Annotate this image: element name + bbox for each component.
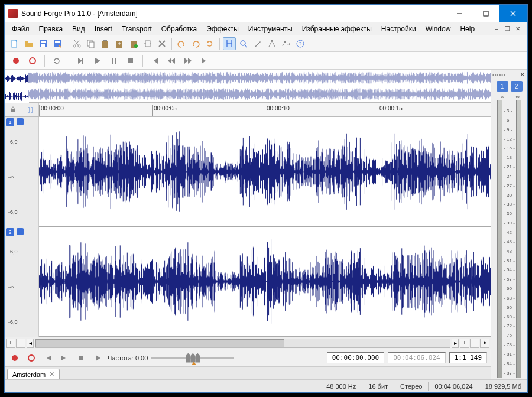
magnify-tool-button[interactable]: [237, 37, 250, 50]
save-as-icon: [53, 39, 62, 48]
paste-mix-button[interactable]: [113, 37, 126, 50]
menu-инструменты[interactable]: Инструменты: [244, 24, 297, 34]
save-button[interactable]: [37, 37, 50, 50]
scroll-right-button[interactable]: ▸: [452, 339, 459, 348]
repeat-button[interactable]: [203, 37, 216, 50]
horizontal-scrollbar[interactable]: [35, 339, 450, 348]
waveform-ch1[interactable]: [39, 117, 491, 227]
help-button[interactable]: ?: [294, 37, 307, 50]
zoom-fit-button[interactable]: ✦: [480, 339, 489, 348]
meter-ch2-button[interactable]: 2: [511, 81, 523, 92]
time-current[interactable]: 00:00:00,000: [327, 352, 384, 363]
channel-badge[interactable]: 2: [6, 228, 14, 236]
trim-icon: [143, 39, 153, 48]
go-start-button[interactable]: [148, 54, 161, 67]
rate-slider[interactable]: [151, 353, 234, 363]
window-title: Sound Forge Pro 11.0 - [Amsterdam]: [21, 9, 446, 18]
paste-new-icon: [129, 39, 138, 48]
collapse-icon[interactable]: −: [17, 228, 24, 235]
zoom-in-h-button[interactable]: +: [460, 339, 469, 348]
go-end-button[interactable]: [198, 54, 211, 67]
time-ruler-row: 00:00:0000:00:0500:00:1000:00:15: [5, 103, 491, 117]
close-panel-icon[interactable]: ✕: [520, 71, 525, 79]
scroll-left-button[interactable]: ◂: [27, 339, 34, 348]
stop-button-2[interactable]: [74, 352, 87, 365]
envelope-tool-button[interactable]: [280, 37, 293, 50]
menu-правка[interactable]: Правка: [34, 24, 68, 34]
scrollbar-thumb[interactable]: [35, 339, 284, 347]
save-icon: [38, 39, 48, 48]
pause-button[interactable]: [108, 54, 121, 67]
overview-waveform[interactable]: [5, 70, 491, 103]
close-button[interactable]: [499, 5, 527, 22]
go-start-button-2[interactable]: [41, 352, 54, 365]
stop-button[interactable]: [124, 54, 137, 67]
play-button-2[interactable]: [91, 352, 104, 365]
menu-transport[interactable]: Transport: [117, 24, 157, 34]
undo-button[interactable]: [175, 37, 188, 50]
meter-tick: - 21 -: [504, 164, 515, 170]
meter-peak-1: -∞: [499, 94, 504, 100]
copy-button[interactable]: [85, 37, 98, 50]
draw-tool-button[interactable]: [251, 37, 264, 50]
menu-window[interactable]: Window: [421, 24, 456, 34]
time-ruler[interactable]: 00:00:0000:00:0500:00:1000:00:15: [39, 103, 491, 116]
open-folder-button[interactable]: [22, 37, 35, 50]
selection-tool-button[interactable]: [223, 37, 236, 50]
overview-main[interactable]: [28, 70, 491, 102]
menu-insert[interactable]: Insert: [90, 24, 117, 34]
loop-button[interactable]: [50, 54, 63, 67]
redo-button[interactable]: [189, 37, 202, 50]
zoom-out-v-button[interactable]: −: [16, 339, 25, 348]
svg-rect-13: [89, 42, 94, 48]
record-button-2[interactable]: [8, 352, 21, 365]
record-arm-button[interactable]: [26, 54, 39, 67]
meter-ch1-button[interactable]: 1: [497, 81, 508, 92]
play-button[interactable]: [91, 54, 104, 67]
menu-настройки[interactable]: Настройки: [377, 24, 421, 34]
paste-button[interactable]: [99, 37, 112, 50]
minimize-button[interactable]: [446, 5, 472, 22]
maximize-button[interactable]: [472, 5, 499, 22]
pause-icon: [109, 56, 119, 66]
paste-new-button[interactable]: [127, 37, 140, 50]
play-all-button[interactable]: [74, 54, 87, 67]
waveform-ch2[interactable]: [39, 227, 491, 337]
cut-button[interactable]: [70, 37, 83, 50]
record-button[interactable]: [9, 54, 22, 67]
zoom-out-h-button[interactable]: −: [470, 339, 479, 348]
rewind-button[interactable]: [165, 54, 178, 67]
child-close-button[interactable]: ✕: [513, 25, 523, 33]
close-tab-icon[interactable]: ✕: [49, 370, 54, 378]
save-as-button[interactable]: [51, 37, 64, 50]
panel-grip-icon[interactable]: ••••••: [492, 72, 506, 77]
menu-файл[interactable]: Файл: [7, 24, 34, 34]
forward-button[interactable]: [181, 54, 194, 67]
menu-эффекты[interactable]: Эффекты: [202, 24, 244, 34]
new-file-button[interactable]: [8, 37, 21, 50]
zoom-ratio[interactable]: 1:1 149: [449, 352, 487, 363]
trim-button[interactable]: [141, 37, 154, 50]
collapse-icon[interactable]: −: [17, 118, 24, 125]
svg-rect-1: [484, 11, 488, 16]
channel-badge[interactable]: 1: [6, 118, 14, 126]
lock-icon[interactable]: [7, 103, 20, 116]
child-min-button[interactable]: –: [492, 25, 501, 33]
delete-button[interactable]: [155, 37, 168, 50]
snap-icon[interactable]: [24, 103, 37, 116]
menu-help[interactable]: Help: [455, 24, 479, 34]
svg-point-22: [284, 41, 286, 43]
level-meters: - 3 -- 6 -- 9 -- 12 -- 15 -- 18 -- 21 --…: [492, 100, 526, 378]
child-restore-button[interactable]: ❐: [502, 25, 512, 33]
svg-rect-19: [145, 41, 150, 47]
svg-rect-27: [112, 58, 113, 64]
waveform-area[interactable]: [39, 117, 491, 337]
menu-обработка[interactable]: Обработка: [157, 24, 202, 34]
record-arm-button-2[interactable]: [25, 352, 38, 365]
document-tab[interactable]: Amsterdam ✕: [7, 369, 60, 379]
menu-вид[interactable]: Вид: [67, 24, 90, 34]
menu-избранные эффекты[interactable]: Избранные эффекты: [297, 24, 377, 34]
zoom-in-v-button[interactable]: +: [6, 339, 15, 348]
go-end-button-2[interactable]: [58, 352, 71, 365]
event-tool-button[interactable]: [265, 37, 278, 50]
